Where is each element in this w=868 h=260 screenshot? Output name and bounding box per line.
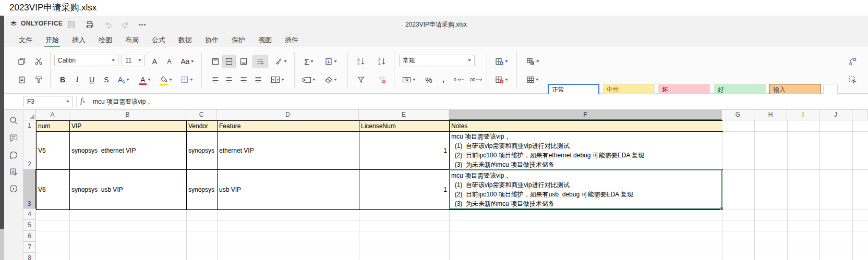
align-bottom-button[interactable] [237,55,250,68]
cell-d3[interactable]: usb VIP [218,170,359,209]
cell-a1[interactable]: num [37,121,70,132]
font-size-select[interactable]: 11 [122,55,145,66]
subscript-button[interactable]: A₁ [115,73,132,86]
italic-button[interactable]: I [71,73,83,86]
cell-f1[interactable]: Notes [450,121,723,132]
tab-data[interactable]: 数据 [177,33,193,47]
align-right-button[interactable] [237,73,250,86]
increase-decimal-button[interactable]: .00 [468,73,484,86]
merge-cells-button[interactable] [267,73,288,86]
change-case-button[interactable]: Aa [178,55,196,68]
undo-button[interactable] [101,18,115,31]
save-button[interactable] [65,18,78,31]
column-header-b[interactable]: B [69,110,186,120]
autosum-button[interactable]: Σ [299,55,318,68]
cell-f3-selected[interactable]: mcu 项目需要该vip， (1) 自研该vip需要和商业vip进行对比测试 (… [450,170,723,209]
paste-button[interactable] [15,73,29,86]
cell-f2[interactable]: mcu 项目需要该vip， (1) 自研该vip需要和商业vip进行对比测试 (… [450,132,723,170]
strikethrough-button[interactable]: S [100,73,113,86]
tab-view[interactable]: 视图 [257,33,273,47]
number-format-select[interactable]: 常规 [399,55,475,66]
clear-button[interactable] [321,73,340,86]
align-left-button[interactable] [209,73,222,86]
cell-b1[interactable]: VIP [70,121,187,132]
borders-button[interactable] [177,73,196,86]
cell-e3[interactable]: 1 [359,170,450,209]
named-ranges-button[interactable] [299,73,318,86]
cell-a3[interactable]: V6 [37,170,70,209]
tab-layout[interactable]: 布局 [124,33,140,47]
font-name-select[interactable]: Calibri [54,55,118,66]
percent-style-button[interactable]: % [422,73,436,86]
cell-e2[interactable]: 1 [359,132,450,170]
cell-d2[interactable]: ethernet VIP [218,132,359,170]
column-header-e[interactable]: E [359,110,449,120]
font-color-button[interactable]: A [136,73,154,86]
print-button[interactable] [82,18,96,31]
info-button[interactable] [7,182,20,195]
clear-filter-button[interactable] [373,73,390,86]
row-header-8[interactable]: 8 [23,253,36,260]
row-header-5[interactable]: 5 [23,220,36,231]
select-button[interactable] [845,73,860,86]
row-header-1[interactable]: 1 [23,120,36,131]
spellcheck-button[interactable]: A [7,166,20,178]
tab-collaboration[interactable]: 协作 [204,33,220,47]
fill-down-button[interactable] [321,55,340,68]
justify-button[interactable] [251,73,265,86]
copy-button[interactable] [15,55,29,68]
align-middle-button[interactable] [222,55,236,68]
column-header-partial[interactable] [852,110,868,120]
search-button[interactable] [7,114,20,127]
formula-input[interactable]: mcu 项目需要该vip， [93,97,152,106]
column-header-a[interactable]: A [36,110,69,120]
column-header-c[interactable]: C [186,110,217,120]
column-header-f[interactable]: F [449,110,722,120]
underline-button[interactable]: U [86,73,98,86]
sort-descending-button[interactable]: ZA [373,55,390,68]
row-header-6[interactable]: 6 [23,231,36,242]
more-actions-button[interactable]: ••• [136,18,149,31]
cell-name-box[interactable]: F3 [23,96,73,107]
align-center-button[interactable] [222,73,236,86]
tab-draw[interactable]: 绘图 [98,33,113,47]
decrease-decimal-button[interactable]: .0 [451,73,466,86]
row-header-2[interactable]: 2 [23,131,36,169]
column-header-i[interactable]: I [787,110,819,120]
fx-icon[interactable]: fx [80,96,85,105]
tab-home[interactable]: 开始 [44,33,60,47]
comments-button[interactable] [7,132,20,144]
row-header-3[interactable]: 3 [23,169,36,209]
delete-cells-button[interactable] [491,73,511,86]
row-header-7[interactable]: 7 [23,242,36,253]
cell-c3[interactable]: synopsys [187,170,218,209]
decrease-font-button[interactable]: Aˇ [164,55,177,68]
redo-button[interactable] [118,18,132,31]
tab-file[interactable]: 文件 [18,33,33,47]
column-header-d[interactable]: D [217,110,359,120]
cut-button[interactable] [31,55,46,68]
format-as-table-button[interactable] [523,73,542,86]
filter-button[interactable] [353,73,369,86]
column-header-g[interactable]: G [722,110,754,120]
tab-formula[interactable]: 公式 [151,33,166,47]
wrap-text-button[interactable] [252,55,268,68]
comma-style-button[interactable]: , [438,73,449,86]
insert-cells-button[interactable] [491,55,511,68]
cell-b3[interactable]: synopsys usb VIP [70,170,187,209]
text-orientation-button[interactable] [271,55,290,68]
cell-d1[interactable]: Feature [218,121,359,132]
replace-button[interactable] [845,55,860,68]
fill-color-button[interactable] [156,73,175,86]
align-top-button[interactable] [209,55,222,68]
tab-insert[interactable]: 插入 [71,33,87,47]
cell-c2[interactable]: synopsys [187,132,218,170]
accounting-style-button[interactable] [399,73,419,86]
tab-plugins[interactable]: 插件 [284,33,299,47]
row-header-4[interactable]: 4 [23,209,36,220]
bold-button[interactable]: B [56,73,69,86]
chat-button[interactable] [7,149,20,162]
cell-c1[interactable]: Vendor [187,121,218,132]
cell-b2[interactable]: synopsys ethernet VIP [70,132,187,170]
cell-a2[interactable]: V5 [37,132,70,170]
